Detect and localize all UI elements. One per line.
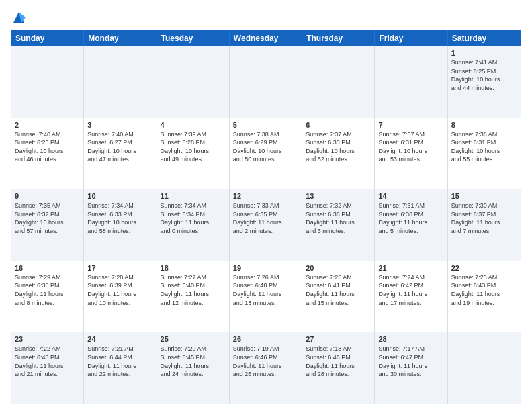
week-row: 23Sunrise: 7:22 AM Sunset: 6:43 PM Dayli…: [11, 332, 521, 404]
day-number: 13: [306, 192, 371, 200]
day-cell: 27Sunrise: 7:18 AM Sunset: 6:46 PM Dayli…: [302, 332, 375, 404]
day-cell: 14Sunrise: 7:31 AM Sunset: 6:36 PM Dayli…: [375, 189, 447, 261]
day-number: 15: [451, 192, 517, 200]
day-cell: [302, 46, 375, 118]
day-info: Sunrise: 7:28 AM Sunset: 6:39 PM Dayligh…: [87, 273, 152, 307]
day-info: Sunrise: 7:29 AM Sunset: 6:38 PM Dayligh…: [15, 273, 80, 307]
day-number: 23: [15, 335, 80, 343]
day-info: Sunrise: 7:39 AM Sunset: 6:28 PM Dayligh…: [161, 130, 226, 164]
day-header-monday: Monday: [84, 30, 157, 46]
day-info: Sunrise: 7:30 AM Sunset: 6:37 PM Dayligh…: [451, 201, 517, 235]
day-cell: 13Sunrise: 7:32 AM Sunset: 6:36 PM Dayli…: [302, 189, 375, 261]
calendar: SundayMondayTuesdayWednesdayThursdayFrid…: [11, 30, 521, 404]
week-row: 9Sunrise: 7:35 AM Sunset: 6:32 PM Daylig…: [11, 189, 521, 261]
day-cell: [448, 332, 521, 404]
week-row: 2Sunrise: 7:40 AM Sunset: 6:26 PM Daylig…: [11, 118, 521, 190]
day-info: Sunrise: 7:31 AM Sunset: 6:36 PM Dayligh…: [378, 201, 443, 235]
day-number: 18: [161, 264, 226, 272]
day-info: Sunrise: 7:40 AM Sunset: 6:26 PM Dayligh…: [15, 130, 80, 164]
day-cell: [11, 46, 84, 118]
day-header-sunday: Sunday: [11, 30, 84, 46]
day-cell: 22Sunrise: 7:23 AM Sunset: 6:43 PM Dayli…: [448, 261, 521, 332]
day-number: 9: [15, 192, 80, 200]
day-info: Sunrise: 7:18 AM Sunset: 6:46 PM Dayligh…: [306, 345, 371, 378]
day-number: 16: [15, 264, 80, 272]
day-cell: 15Sunrise: 7:30 AM Sunset: 6:37 PM Dayli…: [448, 189, 521, 261]
day-number: 14: [378, 192, 443, 200]
day-info: Sunrise: 7:27 AM Sunset: 6:40 PM Dayligh…: [161, 273, 226, 307]
day-number: 5: [233, 121, 298, 129]
day-cell: 26Sunrise: 7:19 AM Sunset: 6:46 PM Dayli…: [230, 332, 302, 404]
day-header-friday: Friday: [375, 30, 447, 46]
day-cell: 9Sunrise: 7:35 AM Sunset: 6:32 PM Daylig…: [11, 189, 84, 261]
day-number: 28: [378, 335, 443, 343]
day-info: Sunrise: 7:20 AM Sunset: 6:45 PM Dayligh…: [161, 345, 226, 378]
day-number: 12: [233, 192, 298, 200]
day-number: 1: [451, 49, 517, 57]
day-info: Sunrise: 7:34 AM Sunset: 6:34 PM Dayligh…: [161, 201, 226, 235]
day-number: 2: [15, 121, 80, 129]
day-cell: 2Sunrise: 7:40 AM Sunset: 6:26 PM Daylig…: [11, 118, 84, 189]
day-number: 6: [306, 121, 371, 129]
day-number: 25: [161, 335, 226, 343]
day-info: Sunrise: 7:36 AM Sunset: 6:31 PM Dayligh…: [451, 130, 517, 164]
day-info: Sunrise: 7:37 AM Sunset: 6:30 PM Dayligh…: [306, 130, 371, 164]
day-cell: 18Sunrise: 7:27 AM Sunset: 6:40 PM Dayli…: [157, 261, 230, 332]
day-cell: 1Sunrise: 7:41 AM Sunset: 6:25 PM Daylig…: [448, 46, 521, 118]
day-cell: 8Sunrise: 7:36 AM Sunset: 6:31 PM Daylig…: [448, 118, 521, 189]
day-cell: [375, 46, 447, 118]
day-header-wednesday: Wednesday: [230, 30, 302, 46]
day-cell: 24Sunrise: 7:21 AM Sunset: 6:44 PM Dayli…: [84, 332, 157, 404]
day-cell: 11Sunrise: 7:34 AM Sunset: 6:34 PM Dayli…: [157, 189, 230, 261]
day-number: 20: [306, 264, 371, 272]
day-cell: [84, 46, 157, 118]
day-cell: 16Sunrise: 7:29 AM Sunset: 6:38 PM Dayli…: [11, 261, 84, 332]
day-number: 26: [233, 335, 298, 343]
day-number: 19: [233, 264, 298, 272]
day-number: 3: [87, 121, 152, 129]
day-header-thursday: Thursday: [302, 30, 375, 46]
day-cell: 17Sunrise: 7:28 AM Sunset: 6:39 PM Dayli…: [84, 261, 157, 332]
day-cell: 4Sunrise: 7:39 AM Sunset: 6:28 PM Daylig…: [157, 118, 230, 189]
day-info: Sunrise: 7:23 AM Sunset: 6:43 PM Dayligh…: [451, 273, 517, 307]
day-info: Sunrise: 7:32 AM Sunset: 6:36 PM Dayligh…: [306, 201, 371, 235]
day-number: 11: [161, 192, 226, 200]
day-info: Sunrise: 7:35 AM Sunset: 6:32 PM Dayligh…: [15, 201, 80, 235]
week-row: 16Sunrise: 7:29 AM Sunset: 6:38 PM Dayli…: [11, 261, 521, 333]
day-cell: 3Sunrise: 7:40 AM Sunset: 6:27 PM Daylig…: [84, 118, 157, 189]
day-info: Sunrise: 7:19 AM Sunset: 6:46 PM Dayligh…: [233, 345, 298, 378]
day-number: 24: [87, 335, 152, 343]
day-number: 8: [451, 121, 517, 129]
day-number: 17: [87, 264, 152, 272]
day-info: Sunrise: 7:17 AM Sunset: 6:47 PM Dayligh…: [378, 345, 443, 378]
calendar-body: 1Sunrise: 7:41 AM Sunset: 6:25 PM Daylig…: [11, 46, 521, 404]
logo-icon: [12, 11, 26, 24]
day-number: 7: [378, 121, 443, 129]
day-header-tuesday: Tuesday: [157, 30, 230, 46]
day-cell: 7Sunrise: 7:37 AM Sunset: 6:31 PM Daylig…: [375, 118, 447, 189]
day-info: Sunrise: 7:38 AM Sunset: 6:29 PM Dayligh…: [233, 130, 298, 164]
day-info: Sunrise: 7:25 AM Sunset: 6:41 PM Dayligh…: [306, 273, 371, 307]
day-cell: 28Sunrise: 7:17 AM Sunset: 6:47 PM Dayli…: [375, 332, 447, 404]
day-info: Sunrise: 7:21 AM Sunset: 6:44 PM Dayligh…: [87, 345, 152, 378]
day-cell: [230, 46, 302, 118]
day-number: 4: [161, 121, 226, 129]
day-cell: 23Sunrise: 7:22 AM Sunset: 6:43 PM Dayli…: [11, 332, 84, 404]
day-cell: 21Sunrise: 7:24 AM Sunset: 6:42 PM Dayli…: [375, 261, 447, 332]
day-header-saturday: Saturday: [448, 30, 521, 46]
day-cell: 10Sunrise: 7:34 AM Sunset: 6:33 PM Dayli…: [84, 189, 157, 261]
day-info: Sunrise: 7:33 AM Sunset: 6:35 PM Dayligh…: [233, 201, 298, 235]
day-number: 22: [451, 264, 517, 272]
day-number: 27: [306, 335, 371, 343]
page-header: [11, 11, 521, 24]
day-number: 10: [87, 192, 152, 200]
day-cell: 5Sunrise: 7:38 AM Sunset: 6:29 PM Daylig…: [230, 118, 302, 189]
day-info: Sunrise: 7:24 AM Sunset: 6:42 PM Dayligh…: [378, 273, 443, 307]
day-cell: 19Sunrise: 7:26 AM Sunset: 6:40 PM Dayli…: [230, 261, 302, 332]
day-info: Sunrise: 7:34 AM Sunset: 6:33 PM Dayligh…: [87, 201, 152, 235]
day-number: 21: [378, 264, 443, 272]
day-info: Sunrise: 7:26 AM Sunset: 6:40 PM Dayligh…: [233, 273, 298, 307]
logo: [11, 11, 26, 24]
day-cell: 12Sunrise: 7:33 AM Sunset: 6:35 PM Dayli…: [230, 189, 302, 261]
day-cell: 6Sunrise: 7:37 AM Sunset: 6:30 PM Daylig…: [302, 118, 375, 189]
